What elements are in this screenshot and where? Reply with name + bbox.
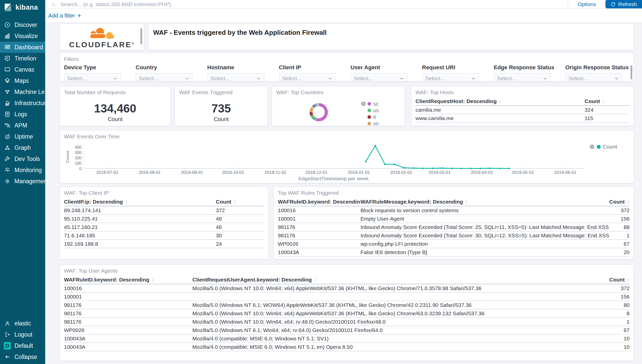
filter-bar: Add a filter — [45, 9, 642, 23]
legend-expand-icon[interactable] — [589, 144, 595, 149]
chevron-down-icon — [614, 76, 619, 81]
panel-top-user-agents: WAF: Top User Agents WAFRuleID.keyword: … — [60, 264, 634, 361]
filter-group: User Agent Select... — [350, 64, 408, 82]
legend-label: vn — [373, 121, 379, 126]
legend-item[interactable]: it — [367, 114, 379, 120]
sidebar-item[interactable]: Dev Tools — [0, 153, 45, 164]
filter-select[interactable]: Select... — [207, 73, 264, 82]
sidebar-item[interactable]: Infrastructure — [0, 97, 45, 109]
table-row: WP0026 Mozilla/5.0 (Windows NT 6.1; Win6… — [64, 326, 630, 335]
panel-title: Top WAF Rules Triggered — [274, 187, 634, 196]
sidebar-footer-item[interactable]: Collapse — [0, 351, 45, 362]
sidebar-footer-item[interactable]: D Default — [0, 340, 45, 351]
column-header[interactable]: Count — [609, 277, 630, 283]
machine-learning-icon — [4, 89, 11, 95]
table-header-row: ClientRequestHost: Descending Count — [415, 97, 630, 106]
panel-title: Total Number of Requests — [60, 86, 170, 95]
table-body: 89.248.174.141 372 95.110.225.41 48 45.1… — [64, 206, 264, 248]
table-row: 981176 Inbound Anomaly Score Exceeded (T… — [278, 223, 630, 231]
column-header[interactable]: WAFRuleID.keyword: Descending — [64, 277, 192, 283]
filter-select[interactable]: Select... — [565, 73, 622, 82]
sidebar-item[interactable]: Dashboard — [0, 42, 45, 53]
column-header[interactable]: ClientRequestUserAgent.keyword: Descendi… — [192, 277, 609, 283]
svg-text:300: 300 — [75, 151, 82, 155]
filters-row: Device Type Select... Country Select... … — [60, 62, 634, 82]
sidebar-item[interactable]: APM — [0, 120, 45, 131]
column-header[interactable]: Count — [609, 199, 630, 205]
filter-select[interactable]: Select... — [279, 73, 336, 82]
panel-total-requests: Total Number of Requests 134,460 Count — [60, 86, 171, 126]
column-header[interactable]: Count — [216, 199, 264, 205]
table-row: 89.248.174.141 372 — [64, 206, 264, 215]
space-badge-icon: D — [4, 342, 11, 349]
sidebar-item-label: Infrastructure — [14, 100, 49, 107]
sidebar-item[interactable]: Maps — [0, 75, 45, 86]
legend-item[interactable]: vn — [367, 120, 379, 126]
select-placeholder: Select... — [282, 75, 301, 81]
filter-select[interactable]: Select... — [422, 73, 479, 82]
select-placeholder: Select... — [497, 75, 516, 81]
chevron-down-icon — [113, 76, 118, 81]
options-button[interactable]: Options — [568, 0, 605, 8]
refresh-button[interactable]: Refresh — [605, 0, 642, 8]
column-header[interactable]: WAFRuleMessage.keyword: Descending — [360, 199, 609, 205]
filter-label: User Agent — [350, 64, 408, 71]
legend-label: Count — [603, 144, 617, 150]
panel-top-waf-rules: Top WAF Rules Triggered WAFRuleID.keywor… — [274, 187, 634, 259]
sidebar-item[interactable]: Uptime — [0, 131, 45, 142]
filter-select[interactable]: Select... — [64, 73, 121, 82]
table-row: 100016 Mozilla/5.0 (Windows NT 10.0; Win… — [64, 284, 630, 293]
kibana-logo[interactable]: kibana — [0, 0, 45, 15]
filter-select[interactable]: Select... — [350, 73, 408, 82]
sidebar-footer-item[interactable]: Logout — [0, 329, 45, 340]
filter-select[interactable]: Select... — [136, 73, 193, 82]
search-input[interactable]: Search... (e.g. status:200 AND extension… — [45, 0, 568, 8]
chevron-down-icon — [471, 76, 476, 81]
sidebar-item[interactable]: Monitoring — [0, 164, 45, 176]
sidebar-item[interactable]: Timelion — [0, 53, 45, 64]
countries-donut-chart[interactable] — [310, 103, 328, 121]
panel-scrollbar[interactable] — [140, 28, 142, 44]
dashboard-title: WAF - Events triggered by the Web Applic… — [149, 24, 634, 42]
sidebar-item[interactable]: Machine Le... — [0, 86, 45, 97]
panel-title: WAF Events Over Time — [60, 130, 124, 140]
panel-title: Filters — [60, 53, 634, 62]
infrastructure-icon — [4, 100, 11, 107]
column-header[interactable]: ClientIP.ip: Descending — [64, 199, 216, 205]
column-header[interactable]: ClientRequestHost: Descending — [415, 98, 585, 105]
svg-text:2019-04-01: 2019-04-01 — [471, 170, 493, 175]
metric-value: 735 — [175, 102, 267, 115]
sidebar-item[interactable]: Graph — [0, 142, 45, 153]
sidebar-item[interactable]: Canvas — [0, 64, 45, 75]
table-row: 981176 Inbound Anomaly Score Exceeded (T… — [278, 231, 630, 240]
sort-icon — [465, 199, 468, 205]
panel-title: WAF: Top Hosts — [411, 86, 634, 95]
filter-group: Device Type Select... — [64, 64, 121, 82]
column-header[interactable]: WAFRuleID.keyword: Descending — [278, 199, 360, 205]
sidebar-footer: elastic Logout D Default Collapse — [0, 318, 45, 362]
sidebar-footer-item[interactable]: elastic — [0, 318, 45, 329]
legend-item[interactable]: sc — [367, 101, 379, 107]
sidebar-item[interactable]: Management — [0, 176, 45, 187]
column-header[interactable]: Count — [585, 98, 630, 105]
filter-group: Client IP Select... — [279, 64, 336, 82]
table-body: camilia.me 324 www.camilia.me 115 — [415, 106, 630, 123]
chevron-down-icon — [399, 76, 404, 81]
legend-item[interactable]: us — [367, 107, 379, 114]
legend-label: us — [373, 108, 379, 113]
chevron-down-icon — [542, 76, 548, 81]
events-legend[interactable]: Count — [589, 144, 617, 150]
table-header-row: WAFRuleID.keyword: Descending ClientRequ… — [64, 276, 630, 284]
filter-select[interactable]: Select... — [494, 73, 551, 82]
panel-filters: Filters Device Type Select... Country Se… — [60, 53, 634, 82]
add-filter-button[interactable]: Add a filter — [48, 12, 82, 19]
sidebar-item[interactable]: Discover — [0, 19, 45, 30]
filter-label: Hostname — [207, 64, 264, 71]
sort-icon — [125, 199, 128, 205]
panel-scrollbar[interactable] — [631, 65, 632, 79]
sort-icon — [627, 277, 630, 283]
sidebar-item[interactable]: Visualize — [0, 30, 45, 42]
sidebar-item[interactable]: Logs — [0, 109, 45, 120]
legend-expand-icon[interactable] — [361, 101, 366, 106]
chevron-down-icon — [256, 76, 261, 81]
